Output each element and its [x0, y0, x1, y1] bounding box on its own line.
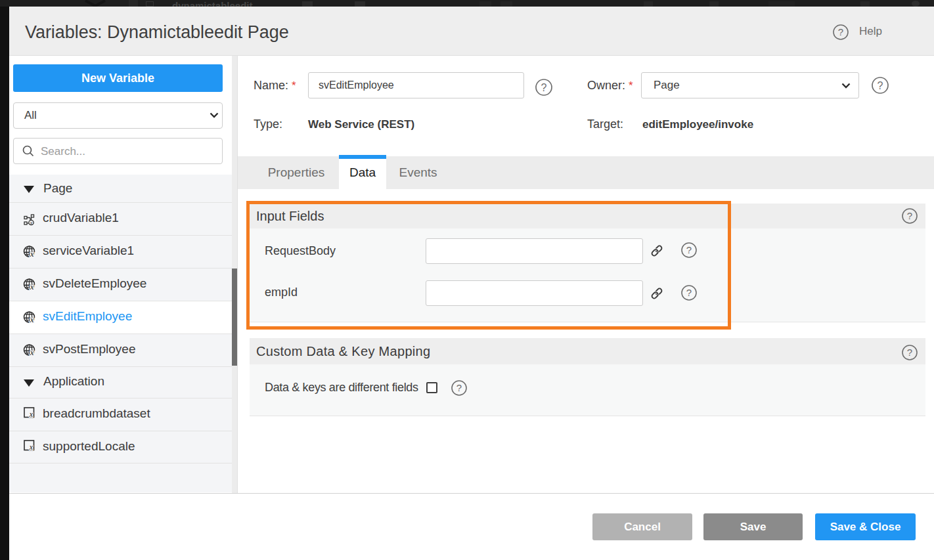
svg-text:?: ? [456, 382, 462, 393]
svg-text:x: x [30, 219, 33, 226]
svg-text:?: ? [838, 26, 843, 37]
svg-text:?: ? [878, 80, 883, 91]
svg-text:?: ? [541, 82, 547, 93]
